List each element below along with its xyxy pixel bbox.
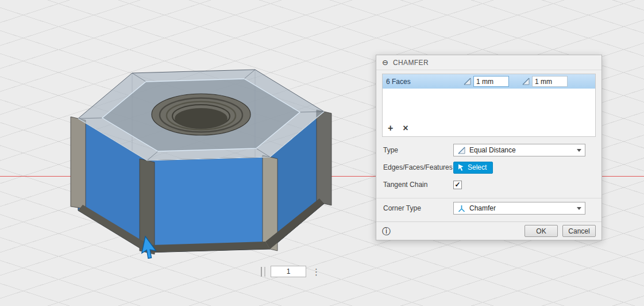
selection-table: 6 Faces 1 mm 1 mm + × (382, 74, 596, 137)
corner-type-row: Corner Type Chamfer (376, 198, 601, 218)
edges-label: Edges/Faces/Features (383, 163, 453, 171)
model-hole-bottom (175, 108, 227, 129)
type-value: Equal Distance (469, 146, 516, 154)
tangent-chain-checkbox[interactable]: ✓ (453, 181, 462, 189)
chamfer-corner-icon (457, 204, 466, 213)
hex-nut-model[interactable] (63, 55, 339, 267)
chevron-down-icon (577, 149, 581, 154)
equal-distance-icon (457, 146, 466, 155)
info-icon[interactable]: ⓘ (382, 227, 391, 235)
cancel-button[interactable]: Cancel (562, 225, 596, 237)
type-label: Type (383, 146, 453, 154)
type-row: Type Equal Distance (376, 141, 601, 159)
chamfer-distance-icon (463, 77, 472, 86)
chevron-down-icon (577, 207, 581, 212)
select-cursor-icon (458, 164, 465, 171)
chamfer-distance-icon (522, 77, 530, 86)
edges-row: Edges/Faces/Features Select (376, 159, 601, 176)
collapse-icon[interactable]: ⊖ (382, 59, 388, 66)
dialog-footer: ⓘ OK Cancel (376, 221, 601, 240)
select-button-label: Select (468, 163, 487, 171)
dialog-titlebar[interactable]: ⊖ CHAMFER (376, 55, 601, 70)
dialog-title: CHAMFER (393, 59, 429, 67)
timeline-marker-icon[interactable] (261, 267, 267, 277)
model-chamfer-strip[interactable] (71, 117, 86, 209)
corner-type-value: Chamfer (469, 204, 496, 212)
selection-actions: + × (383, 121, 595, 136)
chamfer-dialog: ⊖ CHAMFER 6 Faces 1 mm 1 mm (376, 55, 602, 240)
distance2-input[interactable]: 1 mm (532, 76, 568, 87)
remove-selection-button[interactable]: × (403, 124, 408, 133)
timeline-widget: 1 ⋮ (261, 266, 322, 277)
selection-row[interactable]: 6 Faces 1 mm 1 mm (383, 74, 595, 89)
timeline-position-input[interactable]: 1 (271, 266, 306, 277)
parameter-rows: Type Equal Distance Edges/Faces/Features (376, 137, 601, 218)
model-face-front[interactable] (147, 157, 270, 253)
model-chamfer-strip[interactable] (317, 110, 331, 205)
select-button[interactable]: Select (453, 162, 493, 174)
tangent-chain-label: Tangent Chain (383, 181, 453, 189)
type-dropdown[interactable]: Equal Distance (453, 144, 585, 156)
ok-button[interactable]: OK (525, 225, 558, 237)
tangent-chain-row: Tangent Chain ✓ (376, 176, 601, 193)
add-selection-button[interactable]: + (388, 124, 393, 133)
viewport[interactable]: 1 ⋮ ⊖ CHAMFER 6 Faces 1 mm (0, 0, 644, 306)
corner-type-label: Corner Type (383, 204, 453, 212)
corner-type-dropdown[interactable]: Chamfer (453, 202, 585, 215)
selection-count-label: 6 Faces (386, 78, 463, 86)
timeline-menu-button[interactable]: ⋮ (310, 267, 322, 276)
distance1-input[interactable]: 1 mm (473, 76, 509, 87)
